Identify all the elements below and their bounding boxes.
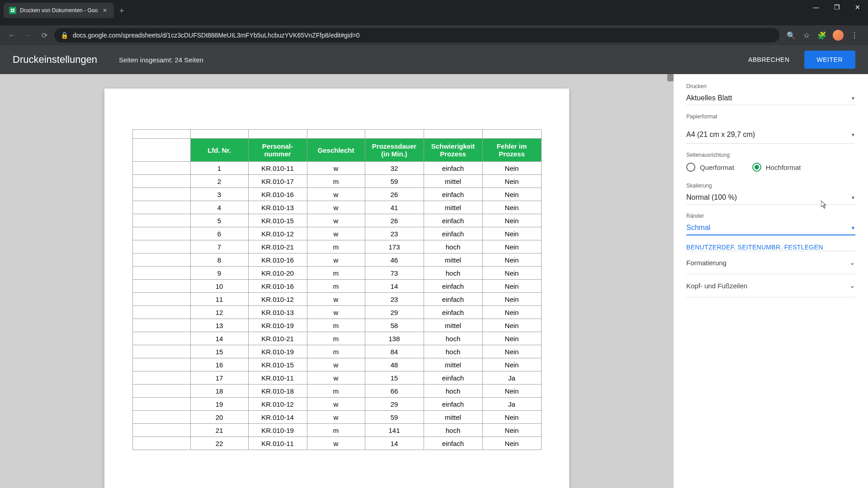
- print-header: Druckeinstellungen Seiten insgesamt: 24 …: [0, 45, 868, 74]
- formatting-section[interactable]: Formatierung ⌄: [686, 251, 855, 274]
- table-row: 4KR.010-13w41mittelNein: [132, 201, 541, 214]
- tab-title: Drucken von Dokumenten - Goo: [20, 7, 98, 14]
- table-row: 11KR.010-12w23einfachNein: [132, 293, 541, 306]
- header-geschlecht: Geschlecht: [307, 139, 365, 162]
- table-row: 19KR.010-12w29einfachJa: [132, 398, 541, 411]
- lock-icon: 🔒: [61, 32, 68, 39]
- close-window-button[interactable]: ✕: [847, 0, 868, 14]
- reload-button[interactable]: ⟳: [38, 29, 51, 42]
- sheets-favicon-icon: [9, 7, 16, 14]
- blank-header: [132, 139, 190, 162]
- table-row: 5KR.010-15w26einfachNein: [132, 214, 541, 227]
- chevron-down-icon: ▼: [851, 195, 855, 200]
- page-count: Seiten insgesamt: 24 Seiten: [119, 56, 203, 64]
- orientation-portrait-radio[interactable]: Hochformat: [752, 163, 801, 172]
- margins-dropdown[interactable]: Schmal ▼: [686, 221, 855, 235]
- browser-tab[interactable]: Drucken von Dokumenten - Goo ✕: [4, 3, 114, 18]
- radio-checked-icon: [752, 163, 761, 172]
- maximize-button[interactable]: ❐: [826, 0, 847, 14]
- profile-avatar[interactable]: [833, 30, 844, 41]
- table-row: 22KR.010-11w14einfachNein: [132, 437, 541, 450]
- page-preview: Lfd. Nr. Personal-nummer Geschlecht Proz…: [104, 89, 569, 488]
- chevron-down-icon: ▼: [851, 132, 855, 137]
- print-dropdown-label: Drucken: [686, 83, 855, 89]
- table-row: 13KR.010-19m58mittelNein: [132, 319, 541, 332]
- cancel-button[interactable]: ABBRECHEN: [741, 52, 797, 68]
- chevron-down-icon: ⌄: [849, 258, 855, 267]
- back-button[interactable]: ←: [5, 29, 18, 42]
- table-row: 8KR.010-16w46mittelNein: [132, 253, 541, 267]
- print-dropdown[interactable]: Aktuelles Blatt ▼: [686, 91, 855, 105]
- data-table: Lfd. Nr. Personal-nummer Geschlecht Proz…: [132, 129, 542, 450]
- margins-label: Ränder: [686, 213, 855, 219]
- next-button[interactable]: WEITER: [804, 51, 855, 69]
- radio-unchecked-icon: [686, 163, 695, 172]
- table-row: 1KR.010-11w32einfachNein: [132, 162, 541, 175]
- table-row: 20KR.010-14w59mittelNein: [132, 411, 541, 424]
- table-row: 14KR.010-21m138hochNein: [132, 332, 541, 345]
- print-preview-area[interactable]: Lfd. Nr. Personal-nummer Geschlecht Proz…: [0, 74, 674, 488]
- table-row: 21KR.010-19m141hochNein: [132, 424, 541, 437]
- window-controls: — ❐ ✕: [806, 0, 868, 14]
- header-lfd-nr: Lfd. Nr.: [190, 139, 248, 162]
- chevron-down-icon: ▼: [851, 225, 855, 230]
- orientation-label: Seitenausrichtung: [686, 152, 855, 158]
- browser-tab-bar: Drucken von Dokumenten - Goo ✕ + — ❐ ✕: [0, 0, 868, 25]
- table-header-row: Lfd. Nr. Personal-nummer Geschlecht Proz…: [132, 139, 541, 162]
- print-title: Druckeinstellungen: [13, 54, 97, 66]
- chevron-down-icon: ▼: [851, 96, 855, 101]
- preview-scrollbar[interactable]: [667, 74, 674, 81]
- menu-icon[interactable]: ⋮: [850, 31, 859, 40]
- close-tab-icon[interactable]: ✕: [101, 7, 108, 14]
- table-row: 7KR.010-21m173hochNein: [132, 240, 541, 253]
- bookmark-star-icon[interactable]: ☆: [802, 31, 811, 40]
- forward-button[interactable]: →: [22, 29, 34, 42]
- orientation-landscape-radio[interactable]: Querformat: [686, 163, 734, 172]
- header-fehler: Fehler im Prozess: [482, 139, 541, 162]
- custom-page-breaks-link[interactable]: BENUTZERDEF. SEITENUMBR. FESTLEGEN: [686, 244, 855, 251]
- table-row: 18KR.010-18m66hochNein: [132, 385, 541, 398]
- extensions-icon[interactable]: 🧩: [817, 31, 826, 40]
- paper-format-label: Papierformat: [686, 113, 855, 120]
- headers-footers-section[interactable]: Kopf- und Fußzeilen ⌄: [686, 274, 855, 297]
- scale-dropdown[interactable]: Normal (100 %) ▼: [686, 191, 855, 205]
- table-row: 2KR.010-17m59mittelNein: [132, 175, 541, 188]
- paper-format-dropdown[interactable]: A4 (21 cm x 29,7 cm) ▼: [686, 122, 855, 144]
- new-tab-button[interactable]: +: [114, 6, 130, 16]
- table-row: 6KR.010-12w23einfachNein: [132, 227, 541, 240]
- table-row: 12KR.010-13w29einfachNein: [132, 306, 541, 319]
- table-row: 10KR.010-16m14einfachNein: [132, 280, 541, 293]
- zoom-icon[interactable]: 🔍: [787, 31, 796, 40]
- table-row: 16KR.010-15w48mittelNein: [132, 358, 541, 371]
- table-row: 9KR.010-20m73hochNein: [132, 267, 541, 280]
- settings-panel: Drucken Aktuelles Blatt ▼ Papierformat A…: [674, 74, 868, 488]
- header-schwierigkeit: Schwierigkeit Prozess: [424, 139, 482, 162]
- header-prozessdauer: Prozessdauer (in Min.): [365, 139, 424, 162]
- scale-label: Skalierung: [686, 183, 855, 189]
- url-text: docs.google.com/spreadsheets/d/1cz3cDUFS…: [73, 32, 360, 39]
- minimize-button[interactable]: —: [806, 0, 826, 14]
- table-row: 3KR.010-16w26einfachNein: [132, 188, 541, 201]
- url-bar[interactable]: 🔒 docs.google.com/spreadsheets/d/1cz3cDU…: [54, 28, 779, 42]
- chevron-down-icon: ⌄: [849, 282, 855, 290]
- table-row: 15KR.010-19m84hochNein: [132, 345, 541, 358]
- table-row: 17KR.010-11w15einfachJa: [132, 371, 541, 385]
- address-bar: ← → ⟳ 🔒 docs.google.com/spreadsheets/d/1…: [0, 25, 868, 45]
- header-personalnummer: Personal-nummer: [248, 139, 307, 162]
